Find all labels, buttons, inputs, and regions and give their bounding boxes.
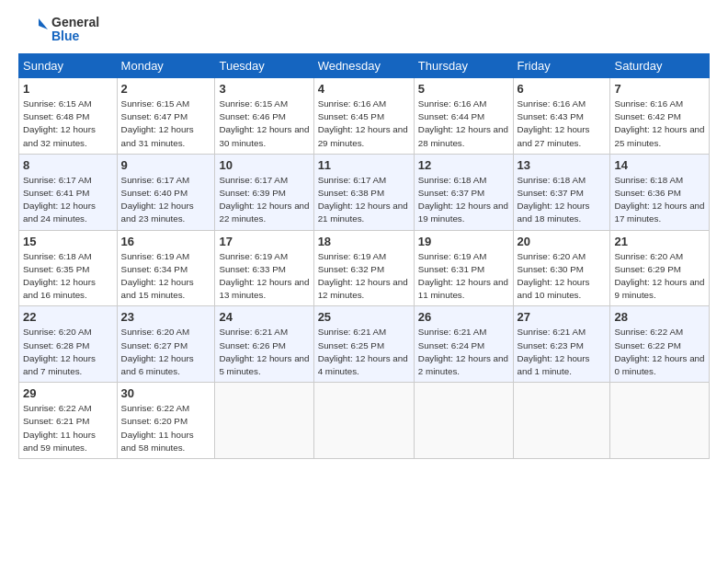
cell-info: Sunrise: 6:19 AMSunset: 6:31 PMDaylight:… xyxy=(418,250,509,303)
day-number: 21 xyxy=(614,235,705,248)
day-number: 24 xyxy=(219,310,309,324)
calendar-cell xyxy=(513,383,610,459)
logo-blue: Blue xyxy=(51,29,99,43)
day-number: 28 xyxy=(614,310,705,324)
cell-info: Sunrise: 6:21 AMSunset: 6:23 PMDaylight:… xyxy=(518,326,607,378)
day-number: 4 xyxy=(318,82,410,96)
calendar-cell: 26 Sunrise: 6:21 AMSunset: 6:24 PMDaylig… xyxy=(414,306,513,383)
day-header-thursday: Thursday xyxy=(414,54,513,78)
day-header-friday: Friday xyxy=(513,54,610,78)
day-number: 30 xyxy=(121,386,211,400)
day-number: 1 xyxy=(23,82,113,96)
logo: General Blue xyxy=(18,15,99,44)
cell-info: Sunrise: 6:18 AMSunset: 6:35 PMDaylight:… xyxy=(23,250,113,303)
day-number: 17 xyxy=(219,235,309,248)
calendar-cell: 2 Sunrise: 6:15 AMSunset: 6:47 PMDayligh… xyxy=(117,78,215,155)
day-number: 9 xyxy=(121,158,211,172)
calendar-cell: 19 Sunrise: 6:19 AMSunset: 6:31 PMDaylig… xyxy=(414,230,513,306)
cell-info: Sunrise: 6:19 AMSunset: 6:32 PMDaylight:… xyxy=(318,250,410,303)
day-number: 27 xyxy=(518,310,607,324)
cell-info: Sunrise: 6:17 AMSunset: 6:38 PMDaylight:… xyxy=(318,174,410,226)
cell-info: Sunrise: 6:15 AMSunset: 6:47 PMDaylight:… xyxy=(121,98,211,150)
cell-info: Sunrise: 6:22 AMSunset: 6:21 PMDaylight:… xyxy=(23,402,113,454)
day-number: 16 xyxy=(121,235,211,248)
calendar-cell: 29 Sunrise: 6:22 AMSunset: 6:21 PMDaylig… xyxy=(19,383,118,459)
day-number: 7 xyxy=(614,82,705,96)
calendar-cell xyxy=(610,383,710,459)
cell-info: Sunrise: 6:16 AMSunset: 6:43 PMDaylight:… xyxy=(518,98,607,150)
day-number: 2 xyxy=(121,82,211,96)
cell-info: Sunrise: 6:21 AMSunset: 6:26 PMDaylight:… xyxy=(219,326,309,378)
cell-info: Sunrise: 6:20 AMSunset: 6:28 PMDaylight:… xyxy=(23,326,113,378)
cell-info: Sunrise: 6:19 AMSunset: 6:33 PMDaylight:… xyxy=(219,250,309,303)
day-number: 8 xyxy=(23,158,113,172)
day-number: 10 xyxy=(219,158,309,172)
cell-info: Sunrise: 6:22 AMSunset: 6:20 PMDaylight:… xyxy=(121,402,211,454)
day-number: 3 xyxy=(219,82,309,96)
calendar-cell: 3 Sunrise: 6:15 AMSunset: 6:46 PMDayligh… xyxy=(215,78,313,155)
calendar-cell xyxy=(215,383,313,459)
day-number: 14 xyxy=(614,158,705,172)
calendar-cell: 9 Sunrise: 6:17 AMSunset: 6:40 PMDayligh… xyxy=(117,154,215,230)
calendar-cell: 27 Sunrise: 6:21 AMSunset: 6:23 PMDaylig… xyxy=(513,306,610,383)
calendar-table: SundayMondayTuesdayWednesdayThursdayFrid… xyxy=(18,53,710,459)
day-header-saturday: Saturday xyxy=(610,54,710,78)
cell-info: Sunrise: 6:20 AMSunset: 6:30 PMDaylight:… xyxy=(518,250,607,303)
calendar-cell: 10 Sunrise: 6:17 AMSunset: 6:39 PMDaylig… xyxy=(215,154,313,230)
calendar-cell: 7 Sunrise: 6:16 AMSunset: 6:42 PMDayligh… xyxy=(610,78,710,155)
calendar-cell: 22 Sunrise: 6:20 AMSunset: 6:28 PMDaylig… xyxy=(19,306,118,383)
calendar-cell: 12 Sunrise: 6:18 AMSunset: 6:37 PMDaylig… xyxy=(414,154,513,230)
calendar-cell: 23 Sunrise: 6:20 AMSunset: 6:27 PMDaylig… xyxy=(117,306,215,383)
day-number: 20 xyxy=(518,235,607,248)
logo-image: General Blue xyxy=(18,15,99,44)
calendar-cell: 13 Sunrise: 6:18 AMSunset: 6:37 PMDaylig… xyxy=(513,154,610,230)
cell-info: Sunrise: 6:17 AMSunset: 6:39 PMDaylight:… xyxy=(219,174,309,226)
calendar-cell: 30 Sunrise: 6:22 AMSunset: 6:20 PMDaylig… xyxy=(117,383,215,459)
calendar-cell: 24 Sunrise: 6:21 AMSunset: 6:26 PMDaylig… xyxy=(215,306,313,383)
day-number: 19 xyxy=(418,235,509,248)
day-number: 25 xyxy=(318,310,410,324)
calendar-cell: 15 Sunrise: 6:18 AMSunset: 6:35 PMDaylig… xyxy=(19,230,118,306)
day-header-tuesday: Tuesday xyxy=(215,54,313,78)
calendar-cell: 14 Sunrise: 6:18 AMSunset: 6:36 PMDaylig… xyxy=(610,154,710,230)
calendar-cell: 8 Sunrise: 6:17 AMSunset: 6:41 PMDayligh… xyxy=(19,154,118,230)
cell-info: Sunrise: 6:21 AMSunset: 6:25 PMDaylight:… xyxy=(318,326,410,378)
cell-info: Sunrise: 6:16 AMSunset: 6:42 PMDaylight:… xyxy=(614,98,705,150)
calendar-cell: 18 Sunrise: 6:19 AMSunset: 6:32 PMDaylig… xyxy=(313,230,414,306)
calendar-cell: 20 Sunrise: 6:20 AMSunset: 6:30 PMDaylig… xyxy=(513,230,610,306)
calendar-cell: 25 Sunrise: 6:21 AMSunset: 6:25 PMDaylig… xyxy=(313,306,414,383)
cell-info: Sunrise: 6:21 AMSunset: 6:24 PMDaylight:… xyxy=(418,326,509,378)
calendar-cell xyxy=(414,383,513,459)
cell-info: Sunrise: 6:18 AMSunset: 6:37 PMDaylight:… xyxy=(418,174,509,226)
day-number: 29 xyxy=(23,386,113,400)
cell-info: Sunrise: 6:16 AMSunset: 6:44 PMDaylight:… xyxy=(418,98,509,150)
cell-info: Sunrise: 6:17 AMSunset: 6:40 PMDaylight:… xyxy=(121,174,211,226)
day-number: 6 xyxy=(518,82,607,96)
day-number: 18 xyxy=(318,235,410,248)
cell-info: Sunrise: 6:17 AMSunset: 6:41 PMDaylight:… xyxy=(23,174,113,226)
cell-info: Sunrise: 6:22 AMSunset: 6:22 PMDaylight:… xyxy=(614,326,705,378)
calendar-cell: 11 Sunrise: 6:17 AMSunset: 6:38 PMDaylig… xyxy=(313,154,414,230)
day-header-wednesday: Wednesday xyxy=(313,54,414,78)
cell-info: Sunrise: 6:18 AMSunset: 6:37 PMDaylight:… xyxy=(518,174,607,226)
day-number: 12 xyxy=(418,158,509,172)
cell-info: Sunrise: 6:16 AMSunset: 6:45 PMDaylight:… xyxy=(318,98,410,150)
calendar-cell: 21 Sunrise: 6:20 AMSunset: 6:29 PMDaylig… xyxy=(610,230,710,306)
day-number: 23 xyxy=(121,310,211,324)
day-number: 5 xyxy=(418,82,509,96)
calendar-cell: 28 Sunrise: 6:22 AMSunset: 6:22 PMDaylig… xyxy=(610,306,710,383)
cell-info: Sunrise: 6:18 AMSunset: 6:36 PMDaylight:… xyxy=(614,174,705,226)
calendar-cell: 1 Sunrise: 6:15 AMSunset: 6:48 PMDayligh… xyxy=(19,78,118,155)
calendar-cell: 16 Sunrise: 6:19 AMSunset: 6:34 PMDaylig… xyxy=(117,230,215,306)
day-header-sunday: Sunday xyxy=(19,54,118,78)
calendar-header: General Blue xyxy=(18,15,710,44)
cell-info: Sunrise: 6:19 AMSunset: 6:34 PMDaylight:… xyxy=(121,250,211,303)
day-header-monday: Monday xyxy=(117,54,215,78)
day-number: 22 xyxy=(23,310,113,324)
cell-info: Sunrise: 6:15 AMSunset: 6:48 PMDaylight:… xyxy=(23,98,113,150)
calendar-cell: 17 Sunrise: 6:19 AMSunset: 6:33 PMDaylig… xyxy=(215,230,313,306)
svg-rect-3 xyxy=(18,31,39,40)
svg-rect-2 xyxy=(18,18,39,28)
day-number: 11 xyxy=(318,158,410,172)
logo-general: General xyxy=(51,16,99,29)
